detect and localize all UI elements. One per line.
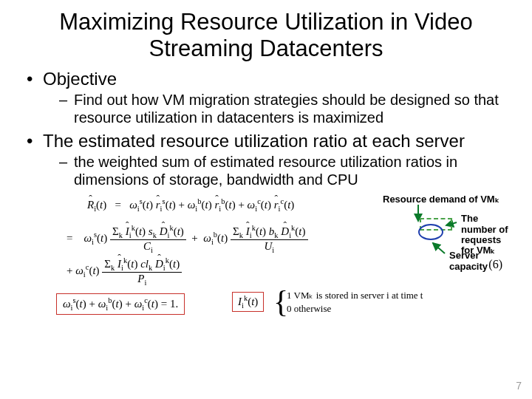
svg-line-2 <box>433 243 445 253</box>
cases-definition: 1 VMₖ is stored in server i at time t 0 … <box>287 289 423 316</box>
case-1: 1 VMₖ is stored in server i at time t <box>287 289 423 302</box>
bullet-objective: Objective Find out how VM migration stra… <box>22 69 510 126</box>
bullet-text: The estimated resource utilization ratio… <box>43 131 465 151</box>
page-title: Maximizing Resource Utilization in Video… <box>0 0 532 69</box>
content-area: Objective Find out how VM migration stra… <box>0 69 532 345</box>
bullet-ratio: The estimated resource utilization ratio… <box>22 131 510 188</box>
page-number: 7 <box>516 380 522 392</box>
bullet-text: Objective <box>43 69 117 89</box>
annotation-server-capacity: Server capacity <box>449 250 510 272</box>
case-0: 0 otherwise <box>287 302 423 316</box>
bullet-list: Objective Find out how VM migration stra… <box>22 69 510 188</box>
ellipse-highlight-icon <box>418 224 443 240</box>
equation-line-2: = ωis(t) Σk Iik(t) sk Dik(t) Ci + ωib(t)… <box>66 224 308 254</box>
sub-bullet-ratio: the weighted sum of estimated resource u… <box>58 153 510 188</box>
omega-constraint-box: ωis(t) + ωib(t) + ωic(t) = 1. <box>56 293 185 315</box>
equation-area: Ri(t) = ωis(t) ris(t) + ωib(t) rib(t) + … <box>22 197 510 345</box>
equation-line-1: Ri(t) = ωis(t) ris(t) + ωib(t) rib(t) + … <box>87 197 294 213</box>
indicator-box: Iik(t) <box>232 292 264 312</box>
annotation-resource-demand: Resource demand of VMₖ <box>383 194 499 205</box>
equation-line-3: + ωic(t) Σk Iik(t) clk Dik(t) Pi <box>66 256 182 287</box>
sub-bullet-objective: Find out how VM migration strategies sho… <box>58 91 510 126</box>
